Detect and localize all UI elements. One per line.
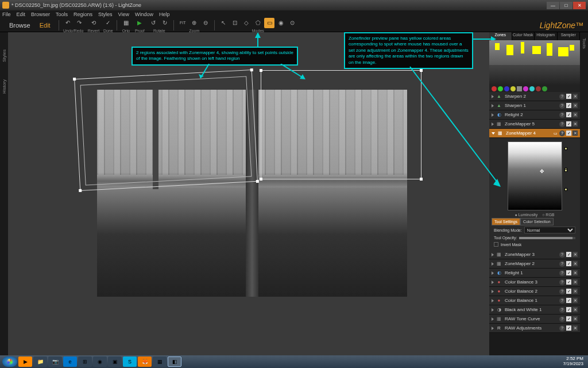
expand-icon[interactable]: [492, 271, 494, 275]
zoom-out-button[interactable]: ⊖: [200, 18, 211, 28]
expand-icon[interactable]: [492, 253, 494, 256]
tool-zonemapper4[interactable]: ▦ ZoneMapper 4 ▭?✓✕: [489, 129, 580, 138]
menu-styles[interactable]: Styles: [98, 12, 113, 17]
expand-icon[interactable]: [492, 281, 494, 284]
enable-checkbox[interactable]: ✓: [566, 131, 571, 136]
region-1-inner[interactable]: [80, 76, 252, 186]
enable-checkbox[interactable]: ✓: [566, 121, 571, 126]
enable-checkbox[interactable]: ✓: [566, 279, 571, 285]
taskbar-icon[interactable]: 📷: [48, 356, 62, 367]
help-icon[interactable]: ?: [559, 270, 565, 276]
radio-rgb[interactable]: ○ RGB: [542, 213, 554, 217]
swatch-icon[interactable]: [517, 86, 522, 91]
help-icon[interactable]: ?: [559, 316, 565, 322]
taskbar-lightzone[interactable]: ◧: [168, 356, 181, 367]
radio-luminosity[interactable]: ● Luminosity: [514, 213, 537, 217]
menu-edit[interactable]: Edit: [17, 12, 26, 17]
help-icon[interactable]: ?: [559, 131, 565, 136]
tool-row[interactable]: ● Color Balance 3 ?✓✕: [489, 278, 580, 287]
help-icon[interactable]: ?: [559, 289, 565, 294]
tool-row[interactable]: ▦ ZoneMapper 2 ?✓✕: [489, 259, 580, 269]
help-icon[interactable]: ?: [559, 103, 565, 109]
tool-row[interactable]: ▦ ZoneMapper 5 ?✓✕: [489, 120, 580, 129]
taskbar-icon[interactable]: ▶: [18, 356, 32, 367]
delete-button[interactable]: ✕: [572, 261, 578, 266]
tool-row[interactable]: ▲ Sharpen 2 ?✓✕: [489, 92, 580, 101]
taskbar-icon[interactable]: ▦: [153, 356, 167, 367]
tab-color-selection[interactable]: Color Selection: [520, 218, 553, 225]
delete-button[interactable]: ✕: [572, 112, 578, 117]
mode-spot[interactable]: ◉: [276, 18, 286, 28]
taskbar-icon[interactable]: 🦊: [138, 356, 152, 367]
tab-styles[interactable]: Styles: [2, 49, 7, 62]
menu-regions[interactable]: Regions: [74, 12, 92, 17]
zone-handle[interactable]: [564, 169, 567, 172]
enable-checkbox[interactable]: ✓: [566, 103, 571, 108]
swatch-icon[interactable]: [536, 86, 541, 91]
enable-checkbox[interactable]: ✓: [566, 325, 571, 331]
tool-row[interactable]: ▲ Sharpen 1 ?✓✕: [489, 101, 580, 110]
swatch-icon[interactable]: [504, 86, 509, 91]
menu-tools[interactable]: Tools: [56, 12, 68, 17]
mode-region[interactable]: ⬠: [253, 18, 263, 28]
minimize-button[interactable]: —: [547, 2, 559, 9]
invert-checkbox[interactable]: [494, 242, 498, 247]
tab-colormask[interactable]: Color Mask: [512, 32, 535, 40]
orig-button[interactable]: ▦: [121, 18, 131, 28]
delete-button[interactable]: ✕: [572, 316, 578, 321]
system-tray[interactable]: 2:52 PM 7/19/2023: [563, 356, 586, 367]
close-button[interactable]: ✕: [573, 2, 586, 9]
taskbar-icon[interactable]: 📁: [33, 356, 47, 367]
swatch-icon[interactable]: [498, 86, 503, 91]
expand-icon[interactable]: [492, 317, 494, 321]
taskbar-icon[interactable]: e: [63, 356, 77, 367]
opacity-slider[interactable]: [519, 237, 575, 239]
expand-icon[interactable]: [492, 308, 494, 312]
mode-browse[interactable]: Browse: [5, 21, 35, 30]
help-icon[interactable]: ?: [559, 112, 565, 118]
taskbar-icon[interactable]: ⊞: [78, 356, 92, 367]
help-icon[interactable]: ?: [559, 279, 565, 285]
help-icon[interactable]: ?: [559, 307, 565, 313]
swatch-icon[interactable]: [542, 86, 547, 91]
enable-checkbox[interactable]: ✓: [566, 307, 571, 312]
zone-handle[interactable]: [564, 188, 567, 191]
menu-window[interactable]: Window: [135, 12, 153, 17]
expand-icon[interactable]: [492, 290, 494, 293]
revert-button[interactable]: ⟲: [88, 18, 99, 28]
zoom-fit-button[interactable]: FIT: [177, 18, 188, 28]
canvas[interactable]: 2 regions associated with Zonemapper 4, …: [8, 32, 489, 355]
menu-view[interactable]: View: [118, 12, 129, 17]
tool-row[interactable]: ◐ Relight 2 ?✓✕: [489, 110, 580, 120]
mode-crop[interactable]: ⊡: [230, 18, 240, 28]
zoom-in-button[interactable]: ⊕: [189, 18, 199, 28]
tool-row[interactable]: ● Color Balance 1 ?✓✕: [489, 296, 580, 305]
tab-zones[interactable]: Zones: [489, 32, 512, 40]
swatch-icon[interactable]: [492, 86, 497, 91]
delete-button[interactable]: ✕: [572, 131, 578, 136]
help-icon[interactable]: ?: [559, 252, 565, 258]
delete-button[interactable]: ✕: [572, 121, 578, 126]
enable-checkbox[interactable]: ✓: [566, 316, 571, 321]
delete-button[interactable]: ✕: [572, 298, 578, 303]
mode-clone[interactable]: ⊙: [287, 18, 297, 28]
delete-button[interactable]: ✕: [572, 103, 578, 108]
delete-button[interactable]: ✕: [572, 289, 578, 294]
tool-row[interactable]: ● Color Balance 2 ?✓✕: [489, 287, 580, 296]
taskbar-icon[interactable]: ◉: [93, 356, 107, 367]
enable-checkbox[interactable]: ✓: [566, 261, 571, 266]
enable-checkbox[interactable]: ✓: [566, 252, 571, 257]
help-icon[interactable]: ?: [559, 325, 565, 331]
tab-histogram[interactable]: Histogram: [535, 32, 558, 40]
tab-sampler[interactable]: Sampler: [558, 32, 581, 40]
expand-icon[interactable]: [492, 95, 494, 98]
rotate-left-button[interactable]: ↺: [148, 18, 158, 28]
enable-checkbox[interactable]: ✓: [566, 270, 571, 275]
menu-file[interactable]: File: [2, 12, 11, 17]
region-2[interactable]: [261, 70, 421, 179]
proof-button[interactable]: ▶: [134, 18, 145, 28]
tool-row[interactable]: ▦ ZoneMapper 3 ?✓✕: [489, 250, 580, 259]
taskbar-icon[interactable]: S: [123, 356, 137, 367]
zone-handle[interactable]: [564, 147, 567, 150]
tab-tools[interactable]: Tools: [582, 38, 587, 49]
